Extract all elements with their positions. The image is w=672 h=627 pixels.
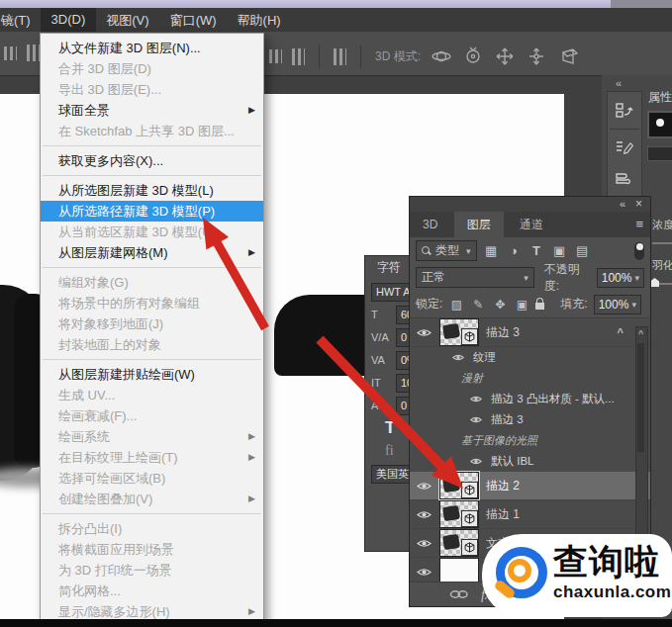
visibility-eye-icon[interactable]	[415, 509, 432, 520]
filter-toggle[interactable]	[634, 242, 644, 260]
layer-thumbnail[interactable]	[439, 558, 479, 582]
layer-thumbnail[interactable]	[439, 472, 479, 499]
texture-name: 纹理	[473, 350, 496, 365]
panel-collapse-icon[interactable]: «	[620, 197, 624, 211]
collapse-chevron-icon[interactable]: ^	[618, 326, 626, 338]
layer-thumbnail[interactable]	[439, 500, 479, 528]
menubar-item-3d[interactable]: 3D(D)	[41, 8, 97, 32]
3d-slide-icon[interactable]	[526, 46, 547, 66]
thumbnail-content	[442, 534, 460, 550]
lock-paint-icon[interactable]: ✎	[470, 298, 486, 312]
3d-orbit-icon[interactable]	[431, 46, 452, 66]
distribute-icon[interactable]	[27, 45, 40, 61]
opacity-label: 不透明度:	[544, 261, 591, 295]
menu-item-label: 为 3D 打印统一场景	[58, 563, 172, 578]
3d-menu: 从文件新建 3D 图层(N)...合并 3D 图层(D)导出 3D 图层(E).…	[40, 33, 264, 627]
blend-mode-select[interactable]: 正常 ▾	[416, 267, 534, 288]
brushes-icon[interactable]	[615, 167, 634, 187]
panel-close-icon[interactable]: ×	[635, 197, 642, 211]
texture-row[interactable]: 描边 3 凸出材质 - 默认...	[410, 389, 650, 409]
filter-shape-icon[interactable]: ▣	[551, 243, 568, 258]
link-layers-icon[interactable]	[449, 588, 469, 602]
watermark: 查询啦 chaxunla.com	[482, 534, 672, 617]
panel-group-titlebar: « ×	[410, 197, 650, 212]
options-left-icons	[4, 45, 40, 61]
panel-menu-icon[interactable]: ≡	[635, 217, 643, 231]
visibility-eye-icon[interactable]	[467, 415, 485, 424]
brush-settings-icon[interactable]	[615, 138, 634, 158]
density-slider[interactable]	[652, 242, 672, 244]
layer-row[interactable]: 描边 1	[410, 500, 650, 529]
menu-item[interactable]: 从图层新建拼贴绘画(W)	[41, 364, 263, 385]
thumbnail-content	[442, 323, 460, 339]
mask-thumbnail[interactable]	[647, 111, 672, 138]
align-icon[interactable]	[4, 46, 17, 60]
menu-item[interactable]: 获取更多内容(X)...	[41, 150, 263, 171]
scrollbar-thumb[interactable]	[637, 343, 644, 452]
version-history-icon[interactable]	[615, 101, 634, 121]
tab-channels[interactable]: 通道	[507, 212, 556, 237]
feather-slider[interactable]	[652, 283, 672, 285]
filter-smart-object-icon[interactable]: ▤	[574, 243, 591, 258]
3d-scale-icon[interactable]	[557, 46, 579, 66]
faux-bold-button[interactable]: T	[371, 418, 395, 438]
menubar-item-filter[interactable]: 镜(T)	[0, 8, 42, 32]
layer-thumbnail[interactable]	[439, 529, 479, 557]
menu-separator	[43, 145, 261, 146]
menu-item: 在 Sketchfab 上共享 3D 图层...	[41, 121, 263, 141]
visibility-eye-icon[interactable]	[415, 567, 432, 578]
menu-item: 导出 3D 图层(E)...	[41, 79, 263, 100]
lock-artboard-icon[interactable]: ▣	[514, 298, 529, 312]
lock-move-icon[interactable]: ✥	[492, 298, 508, 312]
submenu-arrow-icon: ▶	[248, 489, 255, 509]
fill-value: 100%	[599, 298, 629, 312]
opacity-field[interactable]: 100% ▾	[597, 268, 644, 288]
menubar-item-help[interactable]: 帮助(H)	[227, 8, 292, 32]
menu-item[interactable]: 从文件新建 3D 图层(N)...	[41, 38, 263, 58]
menu-item[interactable]: 球面全景▶	[41, 100, 263, 121]
visibility-eye-icon[interactable]	[467, 395, 485, 403]
texture-group-row[interactable]: 纹理	[410, 347, 650, 368]
distribute-widths-icon[interactable]	[334, 48, 346, 65]
align-center-icon[interactable]	[269, 49, 282, 63]
menu-item-label: 将横截面应用到场景	[58, 542, 174, 557]
menu-item-label: 将场景中的所有对象编组	[58, 296, 200, 311]
tracking-icon: VA	[371, 354, 391, 366]
layer-row[interactable]: 描边 3^	[410, 318, 650, 347]
texture-row[interactable]: 默认 IBL	[410, 451, 650, 472]
scroll-up-icon[interactable]: ^	[638, 328, 643, 338]
tab-3d[interactable]: 3D	[410, 212, 450, 237]
visibility-eye-icon[interactable]	[415, 481, 432, 492]
fill-field[interactable]: 100% ▾	[594, 295, 641, 314]
align-right-icon[interactable]	[292, 48, 305, 65]
visibility-eye-icon[interactable]	[449, 353, 467, 362]
menu-separator	[43, 513, 261, 514]
layer-row[interactable]: 描边 2	[410, 472, 650, 500]
menu-item[interactable]: 从图层新建网格(M)▶	[41, 242, 263, 263]
tab-character[interactable]: 字符	[365, 256, 413, 278]
lock-all-icon[interactable]	[535, 303, 544, 310]
filter-image-icon[interactable]: ▦	[483, 243, 500, 258]
dock-separator	[610, 129, 639, 130]
properties-button[interactable]	[647, 146, 672, 161]
filter-adjustment-icon[interactable]: ◑	[506, 243, 523, 258]
texture-row[interactable]: 描边 3	[410, 409, 650, 430]
3d-roll-icon[interactable]	[462, 46, 484, 66]
filter-type-select[interactable]: 类型 ▾	[416, 240, 477, 261]
filter-type-layers-icon[interactable]: T	[528, 243, 545, 258]
menu-item[interactable]: 从所选路径新建 3D 模型(P)	[41, 201, 263, 222]
ligatures-button[interactable]: fi	[371, 443, 394, 459]
lock-transparency-icon[interactable]: ▨	[448, 298, 464, 312]
visibility-eye-icon[interactable]	[467, 457, 485, 466]
visibility-eye-icon[interactable]	[415, 327, 432, 338]
properties-mask-controls: 浓度 羽化	[652, 214, 672, 299]
visibility-eye-icon[interactable]	[415, 538, 432, 549]
layer-thumbnail[interactable]	[439, 318, 479, 346]
tab-layers[interactable]: 图层	[454, 212, 504, 237]
menu-item: 编组对象(G)	[41, 272, 263, 293]
menubar-item-window[interactable]: 窗口(W)	[159, 8, 228, 32]
dock-collapse-icon[interactable]: «	[616, 77, 621, 89]
menubar-item-view[interactable]: 视图(V)	[95, 8, 159, 32]
3d-pan-icon[interactable]	[494, 46, 516, 66]
menu-item[interactable]: 从所选图层新建 3D 模型(L)	[41, 180, 263, 201]
